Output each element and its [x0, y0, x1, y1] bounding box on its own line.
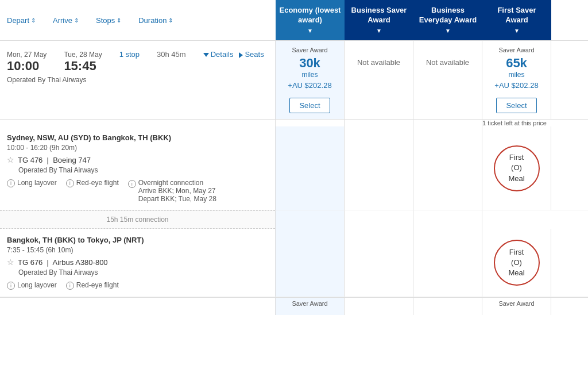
first-saver-sort-icon[interactable]: ▼	[514, 27, 520, 34]
segment-1-time: 10:00 - 16:20 (9h 20m)	[7, 144, 268, 152]
segment-2-operated: Operated By Thai Airways	[18, 268, 268, 276]
operated-by: Operated By Thai Airways	[7, 76, 268, 84]
seg1-biz-saver-cell	[345, 126, 413, 210]
connection-bar-row: 15h 15m connection	[0, 210, 588, 229]
arrive-date-col: Tue, 28 May 15:45	[64, 51, 102, 74]
segment-1-detail: Sydney, NSW, AU (SYD) to Bangkok, TH (BK…	[0, 126, 276, 210]
segment-1-row: Sydney, NSW, AU (SYD) to Bangkok, TH (BK…	[0, 126, 588, 210]
duration-text: 30h 45m	[157, 50, 186, 59]
seg1-first-line3: Meal	[508, 174, 524, 184]
duration-sort-icon: ⇕	[168, 17, 173, 24]
segment-2-flight: ☆ TG 676 | Airbus A380-800	[7, 258, 268, 267]
first-saver-miles: 65k	[506, 56, 527, 71]
segment-2-detail: Bangkok, TH (BKK) to Tokyo, JP (NRT) 7:3…	[0, 229, 276, 297]
stops-sort[interactable]: Stops ⇕	[96, 16, 121, 25]
seg1-biz-everyday-cell	[413, 126, 482, 210]
economy-price: +AU $202.28	[288, 81, 331, 90]
depart-label: Depart	[7, 16, 29, 25]
biz-everyday-header-label: Business Everyday Award	[417, 6, 479, 25]
segment-2-title: Bangkok, TH (BKK) to Tokyo, JP (NRT)	[7, 236, 268, 244]
alert-red-eye-1: i Red-eye flight	[66, 179, 119, 203]
first-saver-award-cell: Saver Award 65k miles +AU $202.28 Select	[482, 41, 551, 119]
info-icon-3: i	[128, 180, 136, 188]
arrive-date: Tue, 28 May	[64, 51, 102, 59]
alert-red-eye-1-text: Red-eye flight	[76, 179, 119, 187]
economy-select-button[interactable]: Select	[289, 98, 330, 113]
economy-header-label: Economy (lowest award)	[279, 6, 341, 25]
biz-saver-sort-icon[interactable]: ▼	[376, 27, 382, 34]
segment-1-alerts: i Long layover i Red-eye flight i Overni…	[7, 179, 268, 203]
duration-sort[interactable]: Duration ⇕	[138, 16, 173, 25]
seats-link[interactable]: Seats	[239, 50, 264, 59]
info-icon-4: i	[7, 282, 15, 290]
first-saver-award-label: Saver Award	[498, 47, 534, 53]
alert-long-layover-1-text: Long layover	[17, 179, 57, 187]
economy-miles-unit: miles	[301, 71, 318, 79]
seg2-economy-cell	[276, 229, 345, 297]
economy-header: Economy (lowest award) ▼	[276, 0, 345, 40]
segment-2-flight-number: TG 676	[18, 258, 42, 267]
info-icon-2: i	[66, 179, 74, 187]
seg2-biz-saver-cell	[345, 229, 413, 297]
seats-triangle-icon	[239, 52, 243, 58]
seg1-first-line1: First	[509, 152, 524, 163]
alert-overnight-1-text: Overnight connection Arrive BKK; Mon, Ma…	[138, 179, 216, 203]
seg2-first-saver-cell: First (O) Meal	[482, 229, 551, 297]
flight-info-header: Depart ⇕ Arrive ⇕ Stops ⇕ Duration ⇕	[0, 0, 276, 40]
arrive-sort-icon: ⇕	[74, 17, 79, 24]
bottom-first-label: Saver Award	[482, 298, 551, 315]
seg2-biz-everyday-cell	[413, 229, 482, 297]
biz-everyday-sort-icon[interactable]: ▼	[445, 27, 451, 34]
segment-1-flight-number: TG 476	[18, 156, 42, 164]
bottom-economy-label: Saver Award	[276, 298, 345, 315]
segment-1-aircraft: Boeing 747	[53, 156, 91, 164]
first-saver-select-button[interactable]: Select	[496, 98, 536, 113]
alert-long-layover-2-text: Long layover	[17, 281, 57, 289]
segment-1-first-oval: First (O) Meal	[494, 145, 540, 191]
bottom-biz-everyday-cell	[413, 298, 482, 315]
segment-2-flight-info: TG 676 | Airbus A380-800	[18, 258, 108, 267]
depart-sort[interactable]: Depart ⇕	[7, 16, 36, 25]
details-seats-links: Details Seats	[203, 50, 264, 59]
economy-award-cell: Saver Award 30k miles +AU $202.28 Select	[276, 41, 345, 119]
alert-overnight-1: i Overnight connection Arrive BKK; Mon, …	[128, 179, 216, 203]
biz-everyday-award-cell: Not available	[413, 41, 482, 119]
flight-table: Depart ⇕ Arrive ⇕ Stops ⇕ Duration ⇕ Eco…	[0, 0, 588, 315]
segment-1-operated: Operated By Thai Airways	[18, 166, 268, 174]
depart-time: 10:00	[7, 59, 47, 74]
depart-sort-icon: ⇕	[31, 17, 36, 24]
first-saver-price: +AU $202.28	[494, 81, 538, 90]
biz-saver-header: Business Saver Award ▼	[345, 0, 413, 40]
duration-label: Duration	[138, 16, 167, 25]
segment-1-flight-info: TG 476 | Boeing 747	[18, 156, 91, 164]
seg2-first-line1: First	[509, 247, 524, 258]
arrive-sort[interactable]: Arrive ⇕	[53, 16, 79, 25]
segment-2-row: Bangkok, TH (BKK) to Tokyo, JP (NRT) 7:3…	[0, 229, 588, 297]
economy-award-label: Saver Award	[292, 47, 327, 53]
segment-1-title: Sydney, NSW, AU (SYD) to Bangkok, TH (BK…	[7, 133, 268, 142]
first-saver-header: First Saver Award ▼	[482, 0, 551, 40]
stops-badge: 1 stop	[119, 50, 140, 59]
bottom-biz-saver-cell	[345, 298, 413, 315]
seg2-first-line2: (O)	[511, 258, 522, 268]
seg1-first-saver-cell: First (O) Meal	[482, 126, 551, 210]
star-icon-2: ☆	[7, 258, 14, 267]
arrive-label: Arrive	[53, 16, 72, 25]
table-header: Depart ⇕ Arrive ⇕ Stops ⇕ Duration ⇕ Eco…	[0, 0, 588, 41]
segment-2-alerts: i Long layover i Red-eye flight	[7, 281, 268, 290]
biz-everyday-not-available: Not available	[426, 58, 469, 67]
biz-saver-award-cell: Not available	[345, 41, 413, 119]
segment-2-first-oval: First (O) Meal	[494, 240, 540, 286]
stops-label: Stops	[96, 16, 115, 25]
economy-sort-icon[interactable]: ▼	[307, 27, 313, 34]
alert-red-eye-2-text: Red-eye flight	[76, 281, 119, 289]
first-saver-header-label: First Saver Award	[486, 6, 548, 25]
details-link[interactable]: Details	[203, 50, 234, 59]
economy-miles: 30k	[299, 56, 320, 71]
biz-saver-header-label: Business Saver Award	[348, 6, 410, 25]
seg2-first-line3: Meal	[508, 268, 524, 278]
segment-2-time: 7:35 - 15:45 (6h 10m)	[7, 246, 268, 254]
ticket-left-row: 1 ticket left at this price	[0, 120, 588, 126]
segment-1-flight: ☆ TG 476 | Boeing 747	[7, 155, 268, 164]
flight-summary-row: Mon, 27 May 10:00 Tue, 28 May 15:45 1 st…	[0, 41, 588, 120]
